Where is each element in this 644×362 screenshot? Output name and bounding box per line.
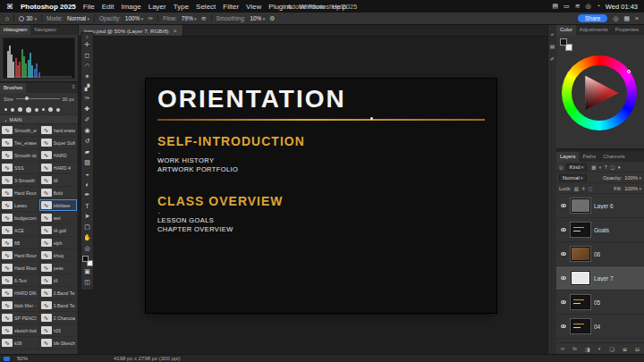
move-tool[interactable]: ✛: [81, 39, 93, 50]
lasso-tool[interactable]: ◠: [81, 61, 93, 72]
menu-select[interactable]: Select: [196, 3, 216, 11]
tab-color[interactable]: Color: [556, 25, 576, 35]
brush-preset-icon[interactable]: [42, 108, 45, 111]
brush-item[interactable]: ∿blk-Sketch: [39, 337, 79, 349]
brush-item[interactable]: ∿2 Charcoal Pencil: [39, 312, 79, 324]
brush-item[interactable]: ∿Hard Round 30: [0, 187, 39, 199]
gradient-tool[interactable]: ▨: [81, 157, 93, 168]
menu-view[interactable]: View: [246, 3, 261, 11]
brush-item[interactable]: ∿budgecommens: [0, 212, 39, 224]
pressure-opacity-icon[interactable]: ✑: [148, 15, 153, 22]
brush-item[interactable]: ∿khuq: [39, 249, 79, 262]
slider-knob[interactable]: [25, 97, 29, 100]
eyedropper-tool[interactable]: ✑: [81, 93, 93, 104]
brush-item[interactable]: ∿HARD 4: [39, 162, 79, 174]
brush-item[interactable]: ∿Super Soft: [39, 137, 79, 149]
layer-row[interactable]: Goals: [556, 218, 644, 242]
menu-image[interactable]: Image: [121, 3, 140, 11]
tab-histogram[interactable]: Histogram: [0, 25, 30, 35]
blur-tool[interactable]: ◒: [81, 168, 93, 179]
brush-item[interactable]: ∿SP PENCIL: [0, 312, 39, 324]
history-brush-tool[interactable]: ↺: [81, 136, 93, 147]
foreground-color-swatch[interactable]: [82, 256, 89, 262]
brush-preset-icon[interactable]: [18, 107, 22, 112]
search-icon[interactable]: ◎: [613, 15, 618, 22]
pixel-filter-icon[interactable]: ▦: [591, 164, 596, 170]
menu-filter[interactable]: Filter: [223, 3, 239, 11]
adjustment-filter-icon[interactable]: ◐: [599, 164, 602, 170]
lock-all-icon[interactable]: ◻: [589, 186, 593, 191]
brush-item[interactable]: ∿Smooth dots: [0, 149, 39, 162]
brush-item[interactable]: ∿HARD: [39, 149, 79, 162]
brush-preset-picker[interactable]: 30: [19, 15, 37, 21]
hand-tool[interactable]: ✋: [81, 232, 93, 243]
smart-object-filter-icon[interactable]: ●: [617, 164, 620, 170]
delete-layer-icon[interactable]: ⊟: [635, 346, 640, 352]
path-selection-tool[interactable]: ➤: [81, 211, 93, 222]
brush-item[interactable]: ∿h00: [39, 324, 79, 337]
brush-item[interactable]: ∿hard eraser: [39, 124, 79, 137]
hue-indicator[interactable]: [627, 70, 631, 73]
toolbar-color-swatches[interactable]: [82, 256, 93, 266]
brush-item[interactable]: ∿0.Band Tex_04: [39, 287, 79, 299]
menu-layer[interactable]: Layer: [148, 3, 166, 11]
history-panel-icon[interactable]: ▤: [550, 43, 555, 49]
quick-mask-icon[interactable]: ▣: [81, 266, 93, 277]
brush-item[interactable]: ∿IA goil: [39, 224, 79, 237]
canvas-area[interactable]: Intro.psd @ 50% (Layer 7, RGB/8) × ORIEN…: [79, 25, 547, 354]
brush-item[interactable]: ∿3-Smooth: [0, 174, 39, 187]
visibility-toggle[interactable]: [559, 252, 567, 256]
close-icon[interactable]: ×: [174, 28, 177, 34]
brush-preset-icon[interactable]: [11, 108, 14, 112]
layer-row[interactable]: 06: [556, 242, 644, 266]
quick-selection-tool[interactable]: ✶: [81, 72, 93, 82]
foreground-swatch[interactable]: [560, 38, 567, 46]
adjustment-layer-icon[interactable]: ◐: [598, 346, 602, 351]
fill-select[interactable]: 100%: [624, 186, 641, 191]
tab-adjustments[interactable]: Adjustments: [576, 25, 612, 35]
zoom-level[interactable]: 50%: [17, 356, 28, 361]
filter-search-icon[interactable]: ◎: [559, 164, 564, 170]
brush-item[interactable]: ∿6-Text: [0, 274, 39, 287]
brush-preset-icon[interactable]: [35, 108, 38, 112]
document-tab[interactable]: Intro.psd @ 50% (Layer 7, RGB/8) ×: [79, 25, 183, 36]
brush-item[interactable]: ∿SSS: [0, 162, 39, 174]
workspace-switcher-icon[interactable]: ▦: [623, 15, 630, 22]
menu-edit[interactable]: Edit: [102, 3, 114, 11]
brush-item[interactable]: ∿till: [39, 274, 79, 287]
brush-preset-icon[interactable]: [26, 107, 31, 113]
menubar-clock[interactable]: Wed 01:43: [606, 3, 638, 11]
brush-preset-icon[interactable]: [4, 108, 7, 111]
blend-mode-select[interactable]: Normal: [559, 174, 587, 181]
flow-select[interactable]: 79%: [182, 15, 197, 21]
stage-manager-icon[interactable]: ▤: [552, 3, 558, 10]
brush-item[interactable]: ∿HARD DRAW: [0, 287, 39, 299]
brush-item[interactable]: ∿Bold: [39, 187, 79, 199]
new-layer-icon[interactable]: ⊞: [623, 346, 627, 352]
share-button[interactable]: Share: [578, 14, 607, 22]
dodge-tool[interactable]: ◐: [81, 179, 93, 189]
layer-row[interactable]: Layer 7: [556, 266, 644, 290]
opacity-select[interactable]: 100%: [125, 15, 144, 21]
layer-mask-icon[interactable]: ◨: [585, 346, 590, 352]
tab-brushes[interactable]: Brushes: [0, 83, 26, 93]
brush-item[interactable]: ∿Hard Round 30: [0, 262, 39, 274]
airbrush-icon[interactable]: ≋: [201, 15, 207, 22]
brush-folder-main[interactable]: ⌄ MAIN: [0, 115, 78, 124]
brush-item[interactable]: ∿ACE: [0, 224, 39, 237]
layer-filter-select[interactable]: Kind: [566, 164, 588, 171]
mode-select[interactable]: Normal: [67, 15, 89, 21]
zoom-tool[interactable]: ◎: [81, 243, 93, 254]
brush-item[interactable]: ∿k06: [0, 337, 39, 349]
link-layers-icon[interactable]: ∞: [561, 346, 564, 351]
wifi-icon[interactable]: ≋: [575, 3, 580, 10]
brush-item[interactable]: ∿Lasso: [0, 199, 39, 212]
collapse-panels-icon[interactable]: «: [551, 31, 554, 37]
tab-paths[interactable]: Paths: [579, 152, 599, 162]
brush-size-slider[interactable]: [16, 98, 60, 99]
type-filter-icon[interactable]: T: [605, 164, 607, 170]
app-menu[interactable]: Photoshop 2025: [21, 3, 76, 11]
layer-opacity-select[interactable]: 100%: [624, 175, 641, 181]
layer-row[interactable]: 04: [556, 315, 644, 339]
layer-effects-icon[interactable]: fx: [572, 346, 577, 351]
